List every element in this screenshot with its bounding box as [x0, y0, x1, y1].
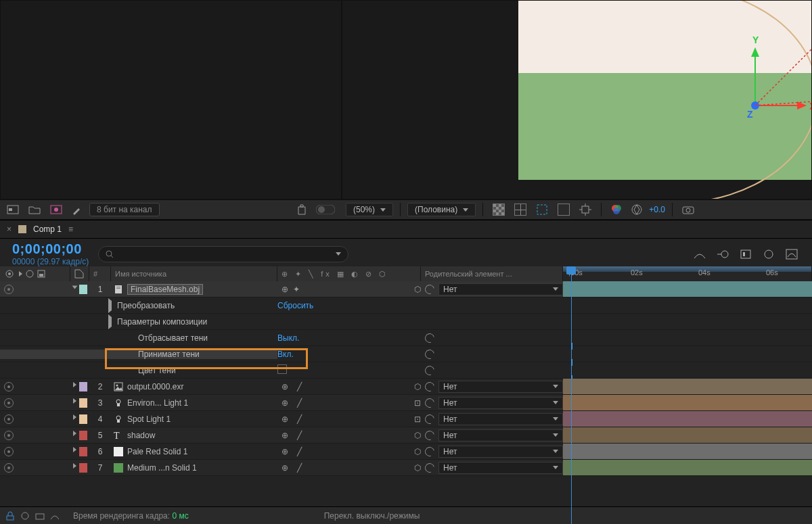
- visibility-toggle[interactable]: [4, 463, 14, 473]
- index-header[interactable]: #: [89, 266, 111, 281]
- layer-name[interactable]: FinalBaseMesh.obj: [127, 284, 203, 295]
- property-row[interactable]: Принимает тениВкл.: [0, 346, 812, 362]
- layer-switches[interactable]: ⊕ ╱ ⬡: [277, 382, 421, 391]
- property-value[interactable]: Вкл.: [277, 350, 421, 359]
- layer-row[interactable]: 3 Environ... Light 1 ⊕ ╱ ⊡ Нет: [0, 395, 812, 411]
- expression-pickwhip-icon[interactable]: [423, 364, 436, 377]
- project-flow-icon[interactable]: [4, 204, 22, 216]
- name-header[interactable]: Имя источника: [111, 266, 277, 281]
- trash-icon[interactable]: [294, 203, 309, 216]
- layer-switches[interactable]: ⊕ ╱ ⬡: [277, 463, 421, 473]
- visibility-toggle[interactable]: [4, 431, 14, 440]
- property-row[interactable]: Цвет тени: [0, 362, 812, 379]
- label-color[interactable]: [79, 382, 87, 391]
- transparency-grid-icon[interactable]: [490, 202, 508, 217]
- visibility-toggle[interactable]: [4, 285, 14, 294]
- mask-icon[interactable]: [533, 202, 551, 217]
- resolution-dropdown[interactable]: (Половина): [407, 203, 476, 216]
- layer-row[interactable]: 5 Tshadow ⊕ ╱ ⬡ Нет: [0, 427, 812, 444]
- property-value[interactable]: [277, 364, 421, 376]
- visibility-toggle[interactable]: [4, 398, 14, 408]
- pickwhip-icon[interactable]: [423, 445, 436, 458]
- draft3d-icon[interactable]: [762, 247, 775, 261]
- parent-dropdown[interactable]: Нет: [438, 413, 563, 425]
- pickwhip-icon[interactable]: [423, 283, 436, 295]
- pickwhip-icon[interactable]: [423, 396, 436, 409]
- twisty-icon[interactable]: [73, 398, 76, 404]
- label-color[interactable]: [79, 431, 87, 440]
- layer-search-input[interactable]: [98, 246, 348, 262]
- layer-track[interactable]: [563, 460, 812, 475]
- layer-track[interactable]: [563, 444, 812, 459]
- pickwhip-icon[interactable]: [423, 461, 436, 474]
- parent-dropdown[interactable]: Нет: [438, 283, 563, 295]
- label-header[interactable]: [70, 266, 89, 281]
- parent-header[interactable]: Родительский элемент ...: [421, 266, 563, 281]
- layer-switches[interactable]: ⊕ ╱ ⬡: [277, 431, 421, 440]
- label-color[interactable]: [79, 447, 87, 456]
- layer-track[interactable]: [563, 411, 812, 427]
- toggle-switch[interactable]: [313, 204, 338, 216]
- visibility-toggle[interactable]: [4, 447, 14, 456]
- twisty-icon[interactable]: [108, 314, 112, 329]
- twisty-icon[interactable]: [73, 382, 76, 387]
- layer-name[interactable]: output.0000.exr: [127, 382, 183, 391]
- toggle-switches-button[interactable]: Перекл. выключ./режимы: [324, 511, 420, 521]
- parent-dropdown[interactable]: Нет: [438, 429, 563, 442]
- property-row[interactable]: ПреобразоватьСбросить: [0, 297, 812, 314]
- layer-row[interactable]: 1 FinalBaseMesh.obj ⊕ ✦ ⬡ Нет: [0, 281, 812, 297]
- label-color[interactable]: [79, 414, 87, 424]
- parent-dropdown[interactable]: Нет: [438, 397, 563, 409]
- label-color[interactable]: [79, 398, 87, 408]
- snapshot-icon[interactable]: [679, 204, 697, 216]
- layer-name[interactable]: Spot Light 1: [127, 414, 171, 424]
- viewport-panel[interactable]: Y X Z: [342, 0, 812, 199]
- comp-tab[interactable]: Comp 1: [33, 224, 62, 234]
- property-row[interactable]: Параметры композиции: [0, 314, 812, 330]
- zoom-dropdown[interactable]: (50%): [346, 203, 393, 216]
- parent-dropdown[interactable]: Нет: [438, 446, 563, 458]
- time-ruler[interactable]: ;00s 02s 04s 06s: [563, 266, 812, 281]
- grid-icon[interactable]: [512, 202, 529, 217]
- axis-gizmo[interactable]: Y X Z: [715, 24, 809, 119]
- footer-icons[interactable]: [5, 511, 60, 521]
- expression-pickwhip-icon[interactable]: [423, 331, 436, 344]
- new-comp-icon[interactable]: [47, 204, 65, 216]
- brush-icon[interactable]: [69, 203, 85, 216]
- layer-switches[interactable]: ⊕ ✦ ⬡: [277, 285, 421, 294]
- layer-row[interactable]: 2 output.0000.exr ⊕ ╱ ⬡ Нет: [0, 379, 812, 395]
- property-value[interactable]: Выкл.: [277, 333, 421, 343]
- twisty-icon[interactable]: [73, 414, 76, 420]
- twisty-icon[interactable]: [108, 298, 112, 313]
- layer-name[interactable]: shadow: [127, 431, 155, 440]
- label-color[interactable]: [79, 285, 87, 294]
- layer-switches[interactable]: ⊕ ╱ ⊡: [277, 414, 421, 424]
- layer-row[interactable]: 4 Spot Light 1 ⊕ ╱ ⊡ Нет: [0, 411, 812, 427]
- graph-icon[interactable]: [785, 247, 798, 261]
- twisty-icon[interactable]: [72, 285, 77, 289]
- layer-name[interactable]: Medium ...n Solid 1: [127, 463, 197, 473]
- layer-switches[interactable]: ⊕ ╱ ⬡: [277, 447, 421, 456]
- bit-depth-button[interactable]: 8 бит на канал: [89, 203, 160, 216]
- keyframe-marker[interactable]: [572, 359, 572, 366]
- parent-dropdown[interactable]: Нет: [438, 462, 563, 474]
- layer-name[interactable]: Pale Red Solid 1: [127, 447, 187, 456]
- exposure-value[interactable]: +0.0: [649, 205, 665, 214]
- layer-track[interactable]: [563, 395, 812, 410]
- twisty-icon[interactable]: [73, 447, 76, 452]
- playhead[interactable]: [571, 266, 576, 281]
- channels-icon[interactable]: [608, 203, 625, 216]
- aperture-icon[interactable]: [629, 203, 645, 216]
- visibility-toggle[interactable]: [4, 382, 14, 391]
- motion-blur-icon[interactable]: [716, 247, 729, 261]
- roi-icon[interactable]: [555, 202, 572, 217]
- tab-close-button[interactable]: ×: [7, 224, 12, 234]
- layer-track[interactable]: [563, 281, 812, 297]
- label-color[interactable]: [79, 463, 87, 473]
- parent-dropdown[interactable]: Нет: [438, 381, 563, 393]
- target-icon[interactable]: [577, 202, 594, 217]
- frame-blend-icon[interactable]: [739, 247, 752, 261]
- layer-name[interactable]: Environ... Light 1: [127, 398, 188, 408]
- layer-switches[interactable]: ⊕ ╱ ⊡: [277, 398, 421, 408]
- twisty-icon[interactable]: [73, 463, 76, 469]
